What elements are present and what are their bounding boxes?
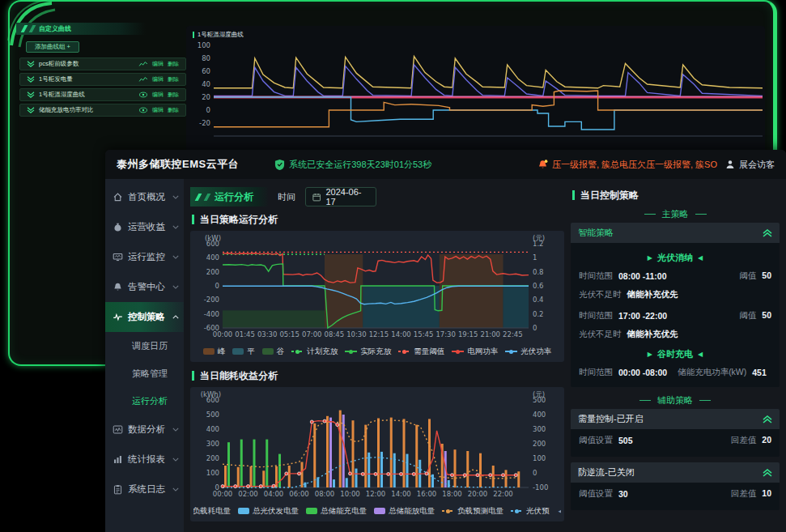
sidebar-item-6[interactable]: 策略管理	[105, 360, 184, 387]
svg-text:16:00: 16:00	[417, 490, 437, 498]
svg-text:00:00: 00:00	[213, 490, 233, 498]
bg-sidebar: 自定义曲线 添加曲线组 + pcs柜前级参数编辑删除1号柜发电量编辑删除1号柜温…	[16, 23, 186, 119]
svg-text:19:15: 19:15	[458, 330, 478, 338]
strategy-chart-title-text: 当日策略运行分析	[200, 213, 278, 227]
user-menu[interactable]: 展会访客	[725, 159, 775, 171]
sidebar-item-0[interactable]: 首页概况	[105, 182, 184, 212]
sidebar-item-4[interactable]: 控制策略	[105, 302, 184, 332]
edit-button[interactable]: 编辑	[152, 91, 164, 99]
sidebar-item-5[interactable]: 调度日历	[105, 332, 184, 360]
bg-sidebar-title-text: 自定义曲线	[39, 24, 71, 33]
curve-list-item-3[interactable]: 储能充放电功率对比编辑删除	[19, 104, 186, 117]
sidebar-item-1[interactable]: 运营收益	[105, 212, 184, 242]
svg-text:0.6: 0.6	[533, 282, 544, 290]
legend-item[interactable]: 谷	[262, 347, 285, 357]
svg-text:07:00: 07:00	[302, 330, 322, 338]
svg-text:0: 0	[215, 282, 219, 290]
strategy-run-chart: 6004002000-200-400-6001.210.80.60.40.200…	[193, 232, 556, 341]
kv-row: 光伏不足时 储能补充优先	[579, 289, 771, 300]
legend-item[interactable]: 峰	[203, 347, 226, 357]
bg-sidebar-title: 自定义曲线	[16, 23, 146, 35]
svg-text:0: 0	[533, 324, 537, 332]
date-picker[interactable]: 2024-06-17	[305, 187, 376, 206]
svg-text:(元): (元)	[533, 390, 545, 398]
sidebar-item-2[interactable]: 运行监控	[105, 242, 184, 272]
curve-list-item-1[interactable]: 1号柜发电量编辑删除	[19, 73, 186, 86]
collapse-chevrons-icon[interactable]	[763, 229, 772, 237]
delete-button[interactable]: 删除	[168, 60, 179, 68]
collapse-chevrons-icon[interactable]	[763, 415, 772, 423]
slash-icon	[204, 194, 211, 201]
add-curve-group-button[interactable]: 添加曲线组 +	[26, 41, 79, 53]
svg-text:05:15: 05:15	[279, 330, 300, 338]
svg-text:80: 80	[202, 54, 210, 62]
legend-item[interactable]: 电网功率	[452, 347, 498, 357]
demand-control-header[interactable]: 需量控制-已开启	[571, 409, 780, 429]
legend-item[interactable]: 光伏功率	[505, 347, 551, 357]
svg-text:(元): (元)	[533, 234, 545, 242]
energy-chart-title-text: 当日能耗收益分析	[200, 369, 278, 383]
control-panel-title-text: 当日控制策略	[580, 189, 639, 202]
sidebar-item-7[interactable]: 运行分析	[105, 387, 184, 415]
svg-text:0: 0	[206, 106, 210, 114]
legend-item[interactable]: 计划充放	[291, 347, 338, 357]
collapse-chevrons-icon[interactable]	[763, 469, 772, 477]
shield-icon	[274, 159, 285, 171]
content: 运行分析 时间 2024-06-17 当日策略运行分析 6004002000	[184, 179, 786, 532]
legend-swatch	[238, 508, 249, 514]
legend-swatch	[374, 508, 385, 514]
curve-list-item-2[interactable]: 1号柜温湿度曲线编辑删除	[19, 88, 186, 101]
screen: 自定义曲线 添加曲线组 + pcs柜前级参数编辑删除1号柜发电量编辑删除1号柜温…	[0, 0, 786, 532]
delete-button[interactable]: 删除	[168, 106, 179, 114]
calendar-icon	[312, 193, 321, 202]
svg-text:400: 400	[206, 425, 219, 433]
legend-item[interactable]: 实际充放	[345, 347, 391, 357]
sidebar-item-8[interactable]: 数据分析	[105, 415, 184, 445]
bg-curve-list: pcs柜前级参数编辑删除1号柜发电量编辑删除1号柜温湿度曲线编辑删除储能充放电功…	[16, 57, 186, 117]
svg-text:01:45: 01:45	[235, 330, 255, 338]
sidebar-item-3[interactable]: 告警中心	[105, 272, 184, 302]
legend-item[interactable]: 负载预测电量	[442, 506, 503, 517]
legend-item[interactable]: 总储能充电量	[306, 506, 367, 517]
anti-backflow-title: 防逆流-已关闭	[578, 466, 635, 479]
legend-item[interactable]: 总负载耗电量	[193, 506, 231, 517]
energy-income-chart: 60050040030020010005004003002001000-1000…	[193, 389, 556, 500]
svg-text:200: 200	[206, 454, 219, 462]
delete-button[interactable]: 删除	[168, 75, 179, 83]
delete-button[interactable]: 删除	[168, 91, 179, 99]
svg-text:0.8: 0.8	[533, 268, 544, 276]
anti-backflow-header[interactable]: 防逆流-已关闭	[571, 462, 780, 483]
svg-text:08:00: 08:00	[315, 490, 335, 498]
sidebar-item-10[interactable]: 系统日志	[105, 475, 184, 504]
triangle-left-icon: ◀	[698, 351, 703, 358]
legend-swatch	[203, 348, 215, 355]
legend-item[interactable]: 平	[232, 347, 255, 357]
svg-text:0: 0	[533, 469, 537, 477]
svg-text:0.4: 0.4	[533, 296, 544, 304]
legend-prev-icon[interactable]: ◀	[559, 507, 561, 515]
svg-text:100: 100	[533, 454, 546, 462]
smart-strategy-body: ▶ 光伏消纳 ◀ 时间范围 08:00 -11:00 阈值 50	[571, 243, 780, 387]
sidebar-item-9[interactable]: 统计报表	[105, 445, 184, 475]
legend-swatch	[511, 510, 523, 512]
system-status: 系统已安全运行398天23时01分53秒	[274, 159, 431, 171]
smart-strategy-header[interactable]: 智能策略	[571, 223, 780, 243]
svg-text:-20: -20	[199, 119, 210, 127]
kv-row: 时间范围 08:00 -11:00 阈值 50	[579, 270, 771, 282]
legend-item[interactable]: 总储能放电量	[374, 506, 435, 517]
legend-item[interactable]: 光伏预	[511, 506, 550, 517]
aux-strategy-label: 辅助策略	[571, 393, 780, 407]
curve-list-item-0[interactable]: pcs柜前级参数编辑删除	[19, 57, 186, 70]
demand-control-card: 需量控制-已开启 阈值设置 505 回差值 20	[571, 409, 780, 457]
svg-text:60: 60	[202, 67, 210, 75]
edit-button[interactable]: 编辑	[152, 106, 164, 114]
legend-swatch	[505, 351, 517, 352]
svg-text:00:00: 00:00	[213, 330, 233, 338]
legend-item[interactable]: 需量阈值	[398, 347, 444, 357]
legend-item[interactable]: 总光伏发电量	[238, 506, 299, 517]
alarm-ticker[interactable]: 压一级报警, 簇总电压欠压一级报警, 簇SO	[537, 159, 717, 171]
tab-run-analysis[interactable]: 运行分析	[190, 187, 268, 206]
edit-button[interactable]: 编辑	[152, 75, 164, 83]
edit-button[interactable]: 编辑	[152, 60, 164, 68]
svg-text:22:45: 22:45	[503, 330, 523, 338]
